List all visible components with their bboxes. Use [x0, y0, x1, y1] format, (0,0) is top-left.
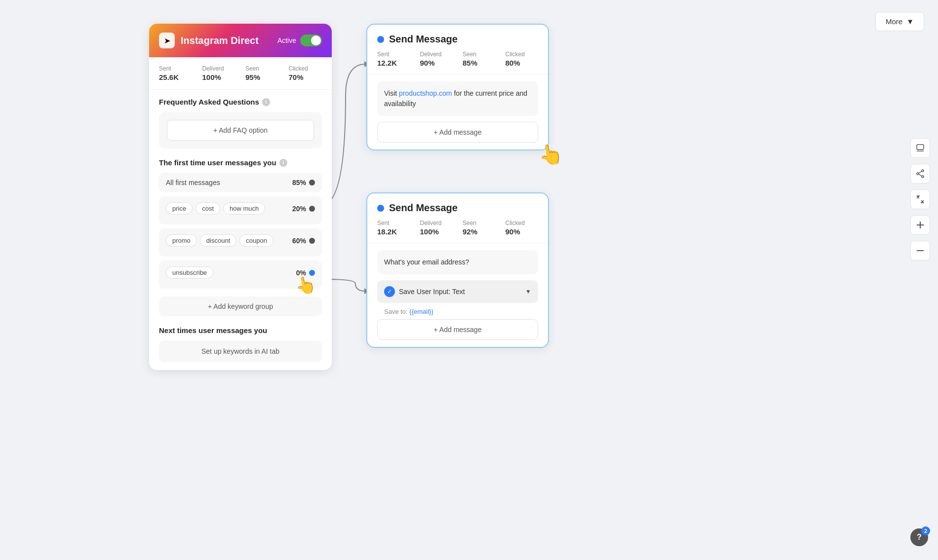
sm-top-add-message-button[interactable]: + Add message	[377, 122, 538, 143]
sm-bottom-dot	[377, 205, 384, 212]
ig-active-toggle[interactable]	[300, 35, 322, 46]
first-time-section: The first time user messages you i All f…	[159, 158, 322, 316]
faq-section-title: Frequently Asked Questions i	[159, 98, 322, 106]
svg-point-6	[922, 176, 924, 178]
keyword-tag-how-much: how much	[223, 202, 265, 215]
instagram-direct-card: ➤ Instagram Direct Active Sent 25.6K Del…	[149, 24, 332, 370]
toolbar-share-button[interactable]	[910, 164, 930, 184]
sm-bottom-question-bubble: What's your email address?	[377, 250, 538, 274]
stat-clicked: Clicked 70%	[289, 65, 322, 81]
stat-seen-value: 95%	[245, 73, 279, 81]
first-time-info-icon[interactable]: i	[279, 159, 287, 167]
sm-bottom-connector-circle	[545, 344, 549, 348]
sm-bottom-add-message-button[interactable]: + Add message	[377, 319, 538, 340]
sm-bottom-header: Send Message	[367, 193, 548, 220]
toggle-knob	[311, 36, 321, 45]
sm-top-message-bubble: Visit productshop.com for the current pr…	[377, 81, 538, 116]
sm-bottom-title: Send Message	[389, 202, 458, 214]
all-first-messages-percent: 85%	[292, 179, 315, 187]
connector-dot-top	[309, 180, 315, 186]
help-badge: 2	[921, 526, 930, 535]
product-shop-link[interactable]: productshop.com	[399, 89, 452, 97]
keyword-tag-price: price	[166, 202, 193, 215]
ig-logo-icon: ➤	[159, 33, 175, 48]
stat-sent: Sent 25.6K	[159, 65, 193, 81]
stat-sent-value: 25.6K	[159, 73, 193, 81]
faq-section: + Add FAQ option	[159, 112, 322, 149]
toolbar-minus-button[interactable]	[910, 241, 930, 261]
faq-info-icon[interactable]: i	[262, 98, 270, 106]
connector-dot-3-blue	[309, 270, 315, 276]
next-time-title: Next times user messages you	[159, 326, 322, 335]
ig-status-label: Active	[277, 37, 296, 44]
toolbar-clip-button[interactable]	[910, 138, 930, 158]
sm-top-stat-clicked: Clicked 80%	[506, 51, 539, 67]
send-message-card-top: Send Message Sent 12.2K Deliverd 90% See…	[366, 24, 549, 150]
keyword-tag-unsubscribe: unsubscribe	[166, 266, 213, 279]
svg-line-8	[919, 174, 922, 176]
save-user-input-chevron[interactable]: ▼	[525, 288, 531, 295]
keyword-group-3-percent: 0%	[296, 269, 315, 277]
stat-seen: Seen 95%	[245, 65, 279, 81]
keyword-group-2: promo discount coupon 60%	[159, 228, 322, 257]
sm-bottom-stat-clicked: Clicked 90%	[506, 220, 539, 236]
keyword-tags-2: promo discount coupon	[166, 234, 274, 247]
add-keyword-group-button[interactable]: + Add keyword group	[159, 297, 322, 316]
sm-top-title: Send Message	[389, 34, 458, 45]
save-user-input-block: ✓ Save User Input: Text ▼	[377, 280, 538, 303]
stat-sent-label: Sent	[159, 65, 193, 72]
sm-top-header: Send Message	[367, 25, 548, 51]
setup-keywords-button[interactable]: Set up keywords in AI tab	[159, 340, 322, 362]
more-button[interactable]: More ▼	[875, 12, 924, 31]
stat-seen-label: Seen	[245, 65, 279, 72]
save-user-input-label: Save User Input: Text	[399, 288, 521, 296]
first-time-title: The first time user messages you i	[159, 158, 322, 167]
keyword-tags-1: price cost how much	[166, 202, 265, 215]
stat-clicked-value: 70%	[289, 73, 322, 81]
svg-point-4	[917, 173, 919, 175]
keyword-tag-coupon: coupon	[239, 234, 274, 247]
svg-rect-2	[917, 145, 924, 149]
stat-delivered: Deliverd 100%	[202, 65, 236, 81]
send-message-card-bottom: Send Message Sent 18.2K Deliverd 100% Se…	[366, 192, 549, 348]
svg-point-5	[922, 170, 924, 172]
ig-card-title: Instagram Direct	[181, 35, 259, 46]
sm-bottom-body: What's your email address? ✓ Save User I…	[367, 243, 548, 347]
sm-top-dot	[377, 36, 384, 43]
sm-bottom-stat-delivered: Deliverd 100%	[420, 220, 453, 236]
keyword-tag-cost: cost	[195, 202, 220, 215]
add-faq-button[interactable]: + Add FAQ option	[167, 120, 314, 141]
stat-delivered-value: 100%	[202, 73, 236, 81]
save-to-row: Save to: {{email}}	[377, 308, 538, 319]
stat-delivered-label: Deliverd	[202, 65, 236, 72]
svg-line-7	[919, 171, 922, 173]
ig-header: ➤ Instagram Direct Active	[149, 24, 332, 57]
keyword-group-2-percent: 60%	[292, 237, 315, 245]
sm-bottom-stat-seen: Seen 92%	[463, 220, 496, 236]
keyword-group-1: price cost how much 20%	[159, 196, 322, 224]
ig-status: Active	[277, 35, 322, 46]
all-first-messages-label: All first messages	[166, 179, 220, 187]
keyword-group-1-percent: 20%	[292, 205, 315, 213]
sm-bottom-stat-sent: Sent 18.2K	[377, 220, 410, 236]
next-time-section: Next times user messages you Set up keyw…	[159, 326, 322, 362]
sm-top-stat-seen: Seen 85%	[463, 51, 496, 67]
keyword-tag-promo: promo	[166, 234, 197, 247]
toolbar-shrink-button[interactable]	[910, 189, 930, 209]
sm-top-stats: Sent 12.2K Deliverd 90% Seen 85% Clicked…	[367, 51, 548, 75]
save-user-input-icon: ✓	[384, 286, 395, 297]
sm-top-connector-circle	[545, 147, 549, 150]
sm-bottom-stats: Sent 18.2K Deliverd 100% Seen 92% Clicke…	[367, 220, 548, 243]
help-button[interactable]: ? 2	[910, 528, 928, 546]
ig-stats-row: Sent 25.6K Deliverd 100% Seen 95% Clicke…	[149, 57, 332, 90]
sm-top-body: Visit productshop.com for the current pr…	[367, 75, 548, 149]
sm-top-stat-delivered: Deliverd 90%	[420, 51, 453, 67]
connector-dot-2	[309, 238, 315, 244]
all-first-messages-row[interactable]: All first messages 85%	[159, 173, 322, 192]
right-toolbar	[910, 138, 930, 261]
connector-dot-1	[309, 206, 315, 212]
keyword-tags-3: unsubscribe	[166, 266, 213, 279]
keyword-tag-discount: discount	[200, 234, 236, 247]
toolbar-plus-button[interactable]	[910, 215, 930, 235]
sm-top-stat-sent: Sent 12.2K	[377, 51, 410, 67]
